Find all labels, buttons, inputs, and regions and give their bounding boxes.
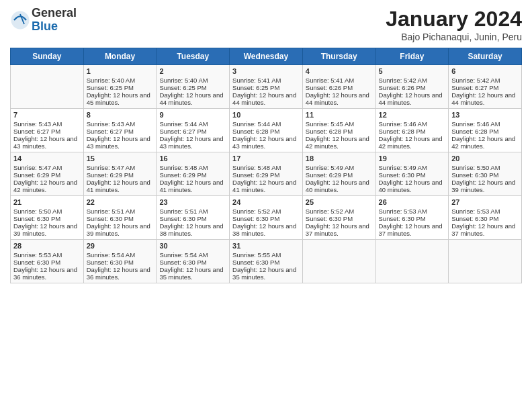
sunset-text: Sunset: 6:30 PM: [13, 259, 81, 266]
calendar-cell: 29Sunrise: 5:54 AMSunset: 6:30 PMDayligh…: [83, 240, 157, 283]
svg-point-0: [11, 11, 30, 29]
calendar-cell: 7Sunrise: 5:43 AMSunset: 6:27 PMDaylight…: [11, 109, 84, 152]
sunrise-text: Sunrise: 5:51 AM: [87, 208, 154, 215]
sunrise-text: Sunrise: 5:48 AM: [159, 164, 226, 171]
day-header-wednesday: Wednesday: [230, 48, 303, 65]
sunset-text: Sunset: 6:28 PM: [451, 128, 519, 135]
logo: General Blue: [10, 7, 77, 34]
daylight-text: Daylight: 12 hours and 37 minutes.: [306, 222, 373, 237]
calendar-cell: 1Sunrise: 5:40 AMSunset: 6:25 PMDaylight…: [83, 65, 157, 109]
calendar-cell: 18Sunrise: 5:49 AMSunset: 6:29 PMDayligh…: [302, 152, 375, 196]
sunrise-text: Sunrise: 5:46 AM: [379, 120, 446, 128]
day-number: 20: [451, 154, 519, 163]
daylight-text: Daylight: 12 hours and 39 minutes.: [13, 222, 81, 237]
day-number: 17: [232, 154, 300, 163]
calendar-cell: 17Sunrise: 5:48 AMSunset: 6:29 PMDayligh…: [230, 152, 303, 196]
day-number: 12: [379, 111, 446, 119]
sunrise-text: Sunrise: 5:47 AM: [87, 164, 154, 171]
calendar-cell: [375, 240, 449, 283]
daylight-text: Daylight: 12 hours and 42 minutes.: [13, 179, 81, 193]
sunrise-text: Sunrise: 5:43 AM: [13, 120, 81, 128]
daylight-text: Daylight: 12 hours and 39 minutes.: [87, 222, 154, 237]
sunrise-text: Sunrise: 5:55 AM: [232, 251, 300, 259]
sunrise-text: Sunrise: 5:53 AM: [379, 208, 446, 215]
calendar-cell: [302, 240, 375, 283]
sunset-text: Sunset: 6:27 PM: [13, 128, 81, 135]
day-number: 3: [232, 67, 300, 75]
daylight-text: Daylight: 12 hours and 43 minutes.: [159, 135, 226, 150]
sunset-text: Sunset: 6:27 PM: [159, 128, 226, 135]
daylight-text: Daylight: 12 hours and 42 minutes.: [379, 135, 446, 150]
daylight-text: Daylight: 12 hours and 40 minutes.: [306, 179, 373, 193]
daylight-text: Daylight: 12 hours and 37 minutes.: [379, 222, 446, 237]
sunset-text: Sunset: 6:27 PM: [87, 128, 154, 135]
day-header-saturday: Saturday: [449, 48, 522, 65]
daylight-text: Daylight: 12 hours and 42 minutes.: [451, 135, 519, 150]
sunrise-text: Sunrise: 5:44 AM: [159, 120, 226, 128]
calendar-cell: 27Sunrise: 5:53 AMSunset: 6:30 PMDayligh…: [449, 196, 522, 240]
calendar-cell: 20Sunrise: 5:50 AMSunset: 6:30 PMDayligh…: [449, 152, 522, 196]
sunset-text: Sunset: 6:28 PM: [232, 128, 300, 135]
calendar-cell: 25Sunrise: 5:52 AMSunset: 6:30 PMDayligh…: [302, 196, 375, 240]
sunset-text: Sunset: 6:25 PM: [159, 84, 226, 91]
week-row-5: 28Sunrise: 5:53 AMSunset: 6:30 PMDayligh…: [11, 240, 522, 283]
header-row: SundayMondayTuesdayWednesdayThursdayFrid…: [11, 48, 522, 65]
sunset-text: Sunset: 6:30 PM: [13, 215, 81, 222]
sunset-text: Sunset: 6:30 PM: [232, 215, 300, 222]
daylight-text: Daylight: 12 hours and 36 minutes.: [13, 266, 81, 281]
daylight-text: Daylight: 12 hours and 36 minutes.: [87, 266, 154, 281]
sunrise-text: Sunrise: 5:40 AM: [87, 77, 154, 84]
day-number: 7: [13, 111, 81, 119]
daylight-text: Daylight: 12 hours and 43 minutes.: [13, 135, 81, 150]
calendar-cell: 30Sunrise: 5:54 AMSunset: 6:30 PMDayligh…: [157, 240, 230, 283]
day-number: 9: [159, 111, 226, 119]
day-number: 30: [159, 242, 226, 250]
sunrise-text: Sunrise: 5:46 AM: [451, 120, 519, 128]
calendar-cell: [449, 240, 522, 283]
sunset-text: Sunset: 6:30 PM: [379, 171, 446, 179]
header: General Blue January 2024 Bajo Pichanaqu…: [10, 7, 522, 42]
day-number: 19: [379, 154, 446, 163]
sunset-text: Sunset: 6:30 PM: [451, 215, 519, 222]
day-number: 21: [13, 198, 81, 206]
daylight-text: Daylight: 12 hours and 41 minutes.: [159, 179, 226, 193]
day-number: 13: [451, 111, 519, 119]
sunset-text: Sunset: 6:30 PM: [159, 259, 226, 266]
day-number: 25: [306, 198, 373, 206]
daylight-text: Daylight: 12 hours and 41 minutes.: [87, 179, 154, 193]
day-number: 27: [451, 198, 519, 206]
logo-text: General Blue: [32, 7, 77, 34]
day-header-sunday: Sunday: [11, 48, 84, 65]
daylight-text: Daylight: 12 hours and 45 minutes.: [87, 91, 154, 106]
sunrise-text: Sunrise: 5:43 AM: [87, 120, 154, 128]
sunrise-text: Sunrise: 5:49 AM: [306, 164, 373, 171]
sunrise-text: Sunrise: 5:47 AM: [13, 164, 81, 171]
day-number: 15: [87, 154, 154, 163]
sunset-text: Sunset: 6:30 PM: [87, 215, 154, 222]
daylight-text: Daylight: 12 hours and 43 minutes.: [87, 135, 154, 150]
calendar-cell: 24Sunrise: 5:52 AMSunset: 6:30 PMDayligh…: [230, 196, 303, 240]
day-number: 14: [13, 154, 81, 163]
sunrise-text: Sunrise: 5:40 AM: [159, 77, 226, 84]
calendar-cell: 6Sunrise: 5:42 AMSunset: 6:27 PMDaylight…: [449, 65, 522, 109]
day-number: 10: [232, 111, 300, 119]
sunrise-text: Sunrise: 5:53 AM: [13, 251, 81, 259]
day-number: 6: [451, 67, 519, 75]
week-row-1: 1Sunrise: 5:40 AMSunset: 6:25 PMDaylight…: [11, 65, 522, 109]
daylight-text: Daylight: 12 hours and 44 minutes.: [451, 91, 519, 106]
calendar-cell: 13Sunrise: 5:46 AMSunset: 6:28 PMDayligh…: [449, 109, 522, 152]
sunset-text: Sunset: 6:25 PM: [87, 84, 154, 91]
calendar-cell: 4Sunrise: 5:41 AMSunset: 6:26 PMDaylight…: [302, 65, 375, 109]
logo-icon: [10, 10, 30, 30]
calendar-cell: 16Sunrise: 5:48 AMSunset: 6:29 PMDayligh…: [157, 152, 230, 196]
sunset-text: Sunset: 6:30 PM: [159, 215, 226, 222]
sunrise-text: Sunrise: 5:52 AM: [232, 208, 300, 215]
sunset-text: Sunset: 6:26 PM: [379, 84, 446, 91]
sunset-text: Sunset: 6:30 PM: [232, 259, 300, 266]
sunrise-text: Sunrise: 5:45 AM: [306, 120, 373, 128]
day-header-friday: Friday: [375, 48, 449, 65]
sunrise-text: Sunrise: 5:54 AM: [159, 251, 226, 259]
day-number: 28: [13, 242, 81, 250]
daylight-text: Daylight: 12 hours and 35 minutes.: [159, 266, 226, 281]
day-number: 29: [87, 242, 154, 250]
